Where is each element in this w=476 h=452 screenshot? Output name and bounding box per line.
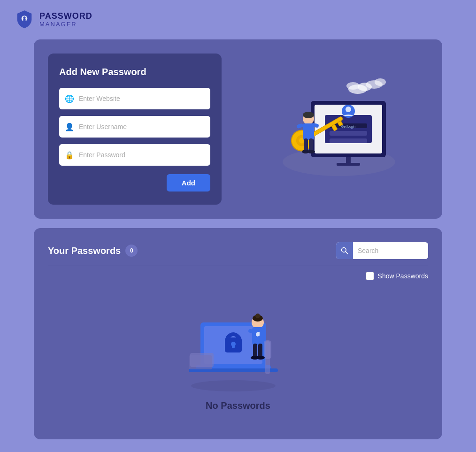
search-button[interactable] bbox=[336, 242, 353, 259]
svg-point-32 bbox=[346, 82, 360, 90]
password-input[interactable] bbox=[79, 151, 205, 159]
form-panel: Add New Password 🌐 👤 🔒 Add bbox=[48, 54, 222, 205]
svg-point-22 bbox=[303, 112, 314, 118]
logo-text: PASSWORD MANAGER bbox=[39, 12, 92, 28]
svg-text:Get Login: Get Login bbox=[341, 125, 355, 129]
username-input[interactable] bbox=[79, 123, 205, 130]
lock-icon: 🔒 bbox=[65, 151, 74, 160]
username-input-group: 👤 bbox=[59, 116, 210, 138]
add-password-card: Add New Password 🌐 👤 🔒 Add bbox=[34, 39, 442, 219]
search-icon bbox=[341, 247, 348, 254]
password-input-group: 🔒 bbox=[59, 144, 210, 166]
empty-state: No Passwords bbox=[48, 290, 428, 425]
no-passwords-text: No Passwords bbox=[206, 400, 270, 411]
passwords-header: Your Passwords 0 bbox=[48, 242, 428, 259]
show-passwords-toggle: Show Passwords bbox=[366, 272, 428, 280]
svg-rect-24 bbox=[296, 123, 304, 129]
svg-point-58 bbox=[256, 356, 265, 360]
logo-line1: PASSWORD bbox=[39, 12, 92, 21]
svg-point-34 bbox=[375, 78, 386, 86]
login-illustration: Get Login bbox=[264, 68, 405, 190]
show-passwords-row: Show Passwords bbox=[48, 272, 428, 280]
svg-point-29 bbox=[307, 150, 315, 153]
shield-logo-icon bbox=[14, 9, 35, 30]
logo-line2: MANAGER bbox=[39, 21, 92, 28]
empty-illustration bbox=[186, 299, 290, 393]
user-icon: 👤 bbox=[65, 123, 74, 131]
add-password-illustration: Get Login bbox=[240, 68, 428, 190]
passwords-count-badge: 0 bbox=[125, 245, 138, 257]
svg-rect-13 bbox=[330, 131, 367, 136]
svg-point-51 bbox=[255, 314, 260, 318]
svg-rect-14 bbox=[330, 138, 367, 143]
svg-rect-5 bbox=[337, 163, 360, 166]
add-button[interactable]: Add bbox=[167, 174, 210, 192]
svg-point-10 bbox=[345, 107, 351, 112]
svg-rect-1 bbox=[23, 18, 25, 22]
your-passwords-title: Your Passwords bbox=[48, 245, 121, 256]
website-input[interactable] bbox=[79, 95, 205, 102]
header: PASSWORD MANAGER bbox=[9, 9, 467, 30]
passwords-title-group: Your Passwords 0 bbox=[48, 245, 138, 257]
add-password-section: Add New Password 🌐 👤 🔒 Add bbox=[48, 54, 428, 205]
show-passwords-checkbox[interactable] bbox=[366, 272, 374, 280]
svg-rect-56 bbox=[258, 344, 262, 358]
svg-point-37 bbox=[191, 380, 276, 391]
svg-rect-48 bbox=[264, 340, 271, 359]
search-box bbox=[336, 242, 428, 259]
svg-rect-26 bbox=[304, 138, 308, 152]
your-passwords-card: Your Passwords 0 Show Passwords bbox=[34, 228, 442, 439]
svg-rect-55 bbox=[253, 344, 257, 358]
section-divider bbox=[48, 265, 428, 265]
search-input[interactable] bbox=[353, 247, 428, 254]
svg-line-36 bbox=[345, 252, 347, 253]
website-input-group: 🌐 bbox=[59, 88, 210, 109]
svg-rect-27 bbox=[309, 138, 313, 152]
globe-icon: 🌐 bbox=[65, 94, 74, 103]
show-passwords-label[interactable]: Show Passwords bbox=[378, 272, 428, 280]
svg-rect-46 bbox=[190, 353, 214, 367]
svg-point-2 bbox=[23, 16, 25, 19]
svg-point-35 bbox=[342, 248, 346, 253]
add-password-title: Add New Password bbox=[59, 67, 210, 77]
svg-rect-44 bbox=[232, 344, 235, 348]
